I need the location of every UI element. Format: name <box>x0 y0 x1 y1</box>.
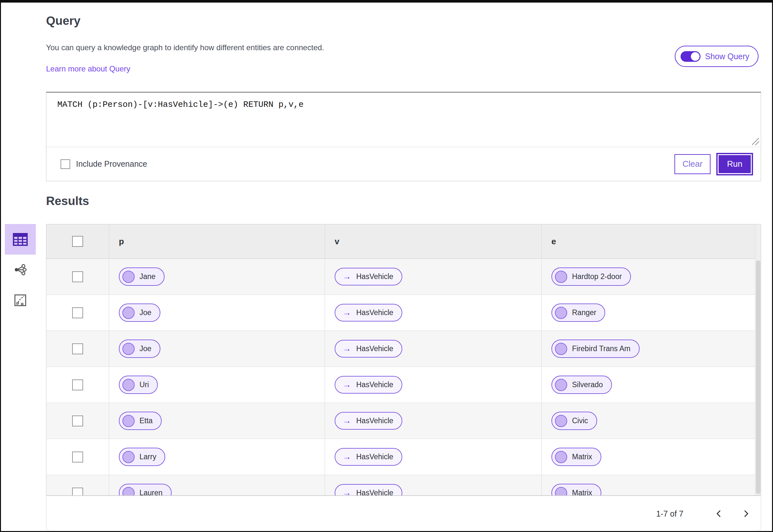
table-body: Jane → HasVehicle Hardtop 2-door Joe <box>46 259 761 496</box>
row-checkbox[interactable] <box>72 452 83 462</box>
table-row: Jane → HasVehicle Hardtop 2-door <box>46 259 761 295</box>
show-query-toggle[interactable]: Show Query <box>675 46 759 67</box>
row-checkbox[interactable] <box>72 343 83 354</box>
edge-pill[interactable]: → HasVehicle <box>335 412 402 430</box>
node-pill[interactable]: Joe <box>119 340 160 358</box>
results-table: p v e Jane → HasVehicle Hardtop 2-door <box>46 224 761 496</box>
node-pill[interactable]: Civic <box>551 412 597 430</box>
node-label: Matrix <box>572 489 592 496</box>
node-label: Joe <box>139 344 151 353</box>
node-label: Joe <box>139 308 151 317</box>
node-pill[interactable]: Matrix <box>551 448 601 466</box>
arrow-right-icon: → <box>342 416 351 425</box>
run-button[interactable]: Run <box>718 154 752 174</box>
node-pill[interactable]: Uri <box>119 376 158 394</box>
table-grid-icon <box>13 233 28 246</box>
previous-page-button[interactable] <box>713 507 725 520</box>
node-pill[interactable]: Etta <box>119 412 162 430</box>
node-label: Hardtop 2-door <box>572 272 622 281</box>
query-editor[interactable]: MATCH (p:Person)-[v:HasVehicle]->(e) RET… <box>46 93 761 147</box>
node-pill[interactable]: Firebird Trans Am <box>551 340 640 358</box>
view-tab-graph[interactable] <box>5 260 36 279</box>
edge-pill[interactable]: → HasVehicle <box>335 376 402 394</box>
arrow-right-icon: → <box>342 380 351 389</box>
edge-label: HasVehicle <box>356 308 393 317</box>
query-panel: MATCH (p:Person)-[v:HasVehicle]->(e) RET… <box>46 92 761 181</box>
node-pill[interactable]: Hardtop 2-door <box>551 267 631 286</box>
edge-label: HasVehicle <box>356 489 393 496</box>
table-row: Larry → HasVehicle Matrix <box>46 439 761 475</box>
edge-label: HasVehicle <box>356 453 393 461</box>
node-pill[interactable]: Ranger <box>551 303 605 322</box>
row-checkbox[interactable] <box>72 379 83 390</box>
toggle-on-icon[interactable] <box>681 51 701 62</box>
node-label: Lauren <box>139 489 163 496</box>
column-header-e[interactable]: e <box>551 237 556 247</box>
row-checkbox[interactable] <box>72 271 83 282</box>
query-panel-footer: Include Provenance Clear Run <box>46 147 761 181</box>
edge-label: HasVehicle <box>356 272 393 281</box>
page-title: Query <box>46 14 80 28</box>
node-label: Matrix <box>572 453 592 461</box>
edge-label: HasVehicle <box>356 380 393 389</box>
chart-route-icon <box>14 294 27 307</box>
chevron-left-icon <box>715 509 723 518</box>
vertical-scrollbar[interactable] <box>755 224 761 495</box>
table-row: Etta → HasVehicle Civic <box>46 403 761 439</box>
learn-more-link[interactable]: Learn more about Query <box>46 64 130 73</box>
circle-node-icon <box>555 271 567 283</box>
node-label: Uri <box>139 380 149 389</box>
node-pill[interactable]: Jane <box>119 267 164 286</box>
arrow-right-icon: → <box>342 453 351 461</box>
node-pill[interactable]: Lauren <box>119 484 172 496</box>
edge-pill[interactable]: → HasVehicle <box>335 268 402 285</box>
circle-node-icon <box>555 451 567 463</box>
circle-node-icon <box>122 451 135 463</box>
edge-pill[interactable]: → HasVehicle <box>335 484 402 496</box>
table-row: Uri → HasVehicle Silverado <box>46 367 761 403</box>
table-header-row: p v e <box>46 224 761 259</box>
circle-node-icon <box>122 343 135 355</box>
node-pill[interactable]: Matrix <box>551 484 601 496</box>
node-pill[interactable]: Larry <box>119 448 165 466</box>
node-pill[interactable]: Joe <box>119 303 160 322</box>
node-label: Jane <box>139 272 155 281</box>
node-label: Etta <box>139 416 153 425</box>
clear-button[interactable]: Clear <box>675 154 711 174</box>
query-page: Query You can query a knowledge graph to… <box>0 0 773 532</box>
next-page-button[interactable] <box>740 507 752 520</box>
view-tab-chart[interactable] <box>5 291 36 310</box>
include-provenance-label: Include Provenance <box>76 159 147 169</box>
circle-node-icon <box>555 415 567 427</box>
row-checkbox[interactable] <box>72 415 83 426</box>
edge-pill[interactable]: → HasVehicle <box>335 340 402 358</box>
arrow-right-icon: → <box>342 272 351 281</box>
circle-node-icon <box>122 271 135 283</box>
scrollbar-thumb[interactable] <box>756 260 760 494</box>
row-checkbox[interactable] <box>72 488 83 496</box>
column-header-p[interactable]: p <box>119 237 124 247</box>
include-provenance-checkbox[interactable] <box>60 159 70 169</box>
table-row: Joe → HasVehicle Firebird Trans Am <box>46 331 761 367</box>
resize-handle-icon[interactable] <box>752 138 759 145</box>
circle-node-icon <box>122 415 135 427</box>
circle-node-icon <box>122 379 135 391</box>
pagination-bar: 1-7 of 7 <box>46 496 761 532</box>
view-tab-table[interactable] <box>5 224 36 255</box>
query-text[interactable]: MATCH (p:Person)-[v:HasVehicle]->(e) RET… <box>57 100 748 109</box>
select-all-checkbox[interactable] <box>72 236 83 247</box>
chevron-right-icon <box>742 509 750 518</box>
column-header-v[interactable]: v <box>335 237 339 247</box>
edge-pill[interactable]: → HasVehicle <box>335 304 402 322</box>
node-label: Firebird Trans Am <box>572 344 631 353</box>
edge-label: HasVehicle <box>356 416 393 425</box>
query-description: You can query a knowledge graph to ident… <box>46 43 324 52</box>
toggle-knob <box>691 52 700 61</box>
row-checkbox[interactable] <box>72 307 83 318</box>
circle-node-icon <box>555 487 567 496</box>
node-pill[interactable]: Silverado <box>551 376 612 394</box>
circle-node-icon <box>122 307 135 319</box>
edge-pill[interactable]: → HasVehicle <box>335 448 402 466</box>
arrow-right-icon: → <box>342 308 351 317</box>
table-row: Lauren → HasVehicle Matrix <box>46 475 761 496</box>
